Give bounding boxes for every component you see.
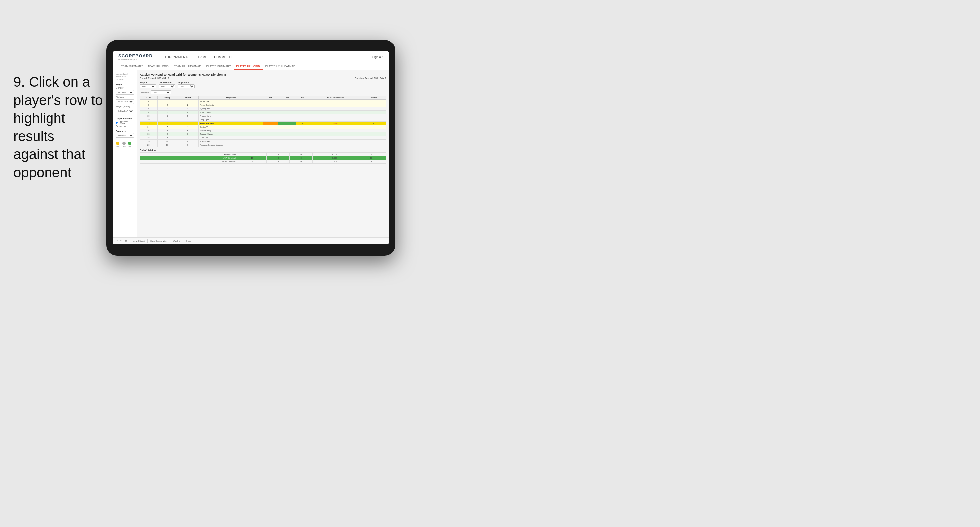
toolbar-view-original[interactable]: View: Original <box>137 240 145 242</box>
table-row[interactable]: 1063 Andrea York <box>140 114 386 118</box>
sign-out[interactable]: | Sign out <box>371 56 383 59</box>
table-row[interactable]: 1822 Euna Lee <box>140 136 386 140</box>
table-row[interactable]: 31 Esther Lee <box>140 100 386 103</box>
nav-bar: SCOREBOARD Powered by clippi TOURNAMENTS… <box>113 51 389 63</box>
opponent-title: Opponent <box>178 81 195 84</box>
table-row[interactable]: 1311 Haeji Hyun <box>140 118 386 122</box>
dot-level: Level <box>122 142 126 148</box>
radio-group: Opponents Played Top 100 <box>116 121 134 127</box>
region-title: Region <box>140 81 156 84</box>
opponents-value-select[interactable]: (All) <box>151 90 171 94</box>
out-of-division-table: Foreign Team 1 0 0 4.500 2 NAIA Division… <box>140 152 386 164</box>
player-rank-select[interactable]: 8. Katelyn Vo <box>116 109 134 113</box>
logo-title: SCOREBOARD <box>118 54 153 59</box>
toolbar-watch[interactable]: Watch ▾ <box>173 240 180 242</box>
toolbar-share[interactable]: Share <box>186 240 191 242</box>
conference-select[interactable]: (All) <box>159 84 175 88</box>
opponent-select[interactable]: (All) <box>178 84 195 88</box>
sub-nav: TEAM SUMMARY TEAM H2H GRID TEAM H2H HEAT… <box>113 63 389 70</box>
col-div: # Div <box>140 96 158 100</box>
nav-tournaments[interactable]: TOURNAMENTS <box>165 56 190 59</box>
table-row[interactable]: 522 Alexis Sudjianto <box>140 103 386 107</box>
color-legend: Down Level Up <box>116 142 134 148</box>
out-row[interactable]: NCAA Division 2 5 0 0 7.400 10 <box>140 160 386 164</box>
dot-down-label: Down <box>116 146 120 148</box>
overall-record: Overall Record: 353 - 34 - 6 <box>140 77 169 79</box>
bottom-toolbar: ↩ ↪ ⊙ View: Original Save Custom View Wa… <box>137 237 389 244</box>
col-diff: Diff Av Strokes/Rnd <box>309 96 361 100</box>
table-row[interactable]: 1691 Jessica Mason <box>140 132 386 136</box>
dot-up-label: Up <box>129 146 130 148</box>
region-filter: Region (All) <box>140 81 156 88</box>
player-rank-label: Player (Rank) <box>116 105 134 108</box>
col-tie: Tie <box>296 96 309 100</box>
division-select[interactable]: NCAA Division III <box>116 99 134 104</box>
region-select[interactable]: (All) <box>140 84 156 88</box>
opponents-label: Opponents: <box>140 91 150 93</box>
dot-up-icon <box>128 142 131 145</box>
chart-title: Katelyn Vo Head-to-Head Grid for Women's… <box>140 73 386 76</box>
out-row[interactable]: NAIA Division 1 15 0 0 9.267 30 <box>140 156 386 160</box>
right-content: Katelyn Vo Head-to-Head Grid for Women's… <box>137 70 389 244</box>
nav-teams[interactable]: TEAMS <box>196 56 208 59</box>
colour-by-label: Colour by <box>116 130 134 132</box>
division-label: Division <box>116 96 134 98</box>
logo: SCOREBOARD Powered by clippi <box>118 54 153 61</box>
instruction-text: 9. Click on a player's row to highlight … <box>13 73 103 182</box>
left-panel: Last Updated: 27/03/2024 16:55:28 Player… <box>113 70 137 244</box>
filter-row: Region (All) Conference (All) Opponent <box>140 81 386 88</box>
dot-level-icon <box>122 142 126 145</box>
col-opponent: Opponent <box>198 96 263 100</box>
dot-up: Up <box>128 142 131 148</box>
nav-committee[interactable]: COMMITTEE <box>214 56 234 59</box>
out-row[interactable]: Foreign Team 1 0 0 4.500 2 <box>140 153 386 156</box>
division-record: Division Record: 331 - 34 - 6 <box>355 77 386 79</box>
col-conf: # Conf <box>177 96 199 100</box>
tab-player-summary[interactable]: PLAYER SUMMARY <box>204 63 234 70</box>
opponents-row: Opponents: (All) <box>140 90 386 94</box>
tablet-frame: SCOREBOARD Powered by clippi TOURNAMENTS… <box>106 40 395 256</box>
tab-team-h2h-grid[interactable]: TEAM H2H GRID <box>145 63 172 70</box>
opponent-filter: Opponent (All) <box>178 81 195 88</box>
conference-title: Conference <box>159 81 175 84</box>
tablet-screen: SCOREBOARD Powered by clippi TOURNAMENTS… <box>113 51 389 244</box>
col-rounds: Rounds <box>361 96 386 100</box>
colour-by-section: Colour by Win/loss <box>116 130 134 139</box>
opponent-view-section: Opponent view Opponents Played Top 100 <box>116 117 134 127</box>
col-loss: Loss <box>278 96 296 100</box>
table-row-selected[interactable]: 1311 Jessica Huang 0 1 0 -3.00 2 <box>140 122 386 125</box>
dot-down: Down <box>116 142 120 148</box>
colour-by-select[interactable]: Win/loss <box>116 133 134 138</box>
toolbar-save-custom-view[interactable]: Save Custom View <box>151 240 167 242</box>
toolbar-sep3 <box>170 240 170 243</box>
tab-player-h2h-grid[interactable]: PLAYER H2H GRID <box>234 63 263 70</box>
table-row[interactable]: 1585 Stella Cheng <box>140 129 386 132</box>
table-row[interactable]: 1474 Eunice Yi <box>140 125 386 129</box>
table-row[interactable]: 914 Sharon Mun <box>140 111 386 114</box>
tab-team-summary[interactable]: TEAM SUMMARY <box>118 63 145 70</box>
nav-links: TOURNAMENTS TEAMS COMMITTEE <box>165 56 234 59</box>
col-win: Win <box>263 96 278 100</box>
table-row[interactable]: 613 Sydney Kuo <box>140 107 386 111</box>
dot-down-icon <box>116 142 119 145</box>
tab-player-h2h-heatmap[interactable]: PLAYER H2H HEATMAP <box>263 63 298 70</box>
table-row[interactable]: 20117 Federica Domecq Lacroze <box>140 143 386 147</box>
dot-level-label: Level <box>122 146 126 148</box>
grid-table: # Div # Reg # Conf Opponent Win Loss Tie… <box>140 96 386 147</box>
tab-team-h2h-heatmap[interactable]: TEAM H2H HEATMAP <box>172 63 204 70</box>
conference-filter: Conference (All) <box>159 81 175 88</box>
gender-label: Gender <box>116 87 134 89</box>
main-content: Last Updated: 27/03/2024 16:55:28 Player… <box>113 70 389 244</box>
opponent-view-label: Opponent view <box>116 117 134 119</box>
gender-select[interactable]: Women's <box>116 90 134 95</box>
logo-sub: Powered by clippi <box>118 59 153 61</box>
radio-top100[interactable]: Top 100 <box>116 125 134 127</box>
last-updated: Last Updated: 27/03/2024 16:55:28 <box>116 73 134 81</box>
table-row[interactable]: 19106 Emily Chang <box>140 140 386 143</box>
toolbar-sep2 <box>148 240 148 243</box>
player-section: Player Gender Women's Division NCAA Divi… <box>116 83 134 114</box>
out-of-division-title: Out of division <box>140 149 386 151</box>
toolbar-sep4 <box>183 240 183 243</box>
radio-opponents-played[interactable]: Opponents Played <box>116 121 134 125</box>
col-reg: # Reg <box>158 96 177 100</box>
